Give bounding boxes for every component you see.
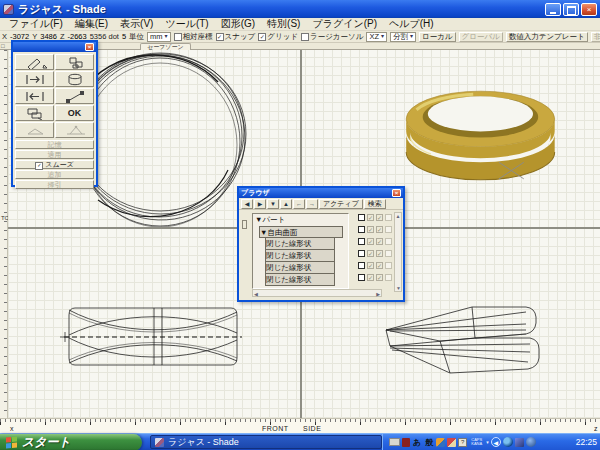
ime-pad-icon[interactable]: ? — [458, 438, 467, 447]
visibility-checkbox[interactable] — [376, 262, 383, 269]
browser-tree-item[interactable]: 閉じた線形状 — [265, 274, 335, 286]
visibility-checkbox[interactable] — [376, 226, 383, 233]
visibility-checkbox[interactable] — [367, 274, 374, 281]
visibility-checkbox[interactable] — [385, 226, 392, 233]
browser-close-icon[interactable]: × — [392, 189, 401, 197]
pen-icon[interactable] — [402, 438, 410, 447]
draw-tool-button[interactable] — [15, 54, 54, 70]
nav-forward-button[interactable]: → — [306, 199, 318, 209]
nav-up-button[interactable]: ▲ — [280, 199, 292, 209]
corner-checkbox[interactable]: □ — [1, 43, 5, 49]
visibility-checkbox[interactable] — [376, 214, 383, 221]
browser-vertical-scrollbar[interactable]: ▲▼ — [394, 212, 402, 292]
visibility-checkbox[interactable] — [376, 274, 383, 281]
visibility-checkbox[interactable] — [358, 274, 365, 281]
smooth-checkbox[interactable]: スムーズ — [15, 160, 94, 169]
segment-tool-button[interactable] — [55, 88, 94, 104]
visibility-checkbox[interactable] — [385, 214, 392, 221]
network-icon[interactable] — [503, 437, 513, 447]
grid-checkbox[interactable]: グリッド — [258, 32, 298, 42]
taskbar-item-shade[interactable]: ラジャス - Shade — [150, 435, 382, 449]
app-tray-icon[interactable] — [515, 438, 524, 447]
app-icon — [3, 4, 14, 15]
large-cursor-checkbox[interactable]: ラージカーソル — [301, 32, 363, 42]
relative-coords-checkbox[interactable]: 相対座標 — [174, 32, 213, 42]
visibility-checkbox[interactable] — [367, 238, 374, 245]
numeric-input-template-button[interactable]: 数値入力テンプレート — [506, 32, 588, 42]
ime-palette-icon[interactable] — [436, 438, 445, 447]
visibility-checkbox[interactable] — [358, 262, 365, 269]
ok-button[interactable]: OK — [55, 105, 94, 121]
cascade-tool-button[interactable] — [15, 105, 54, 121]
visibility-checkbox[interactable] — [358, 238, 365, 245]
viewport-perspective-render[interactable] — [400, 75, 565, 195]
tool-palette-close-icon[interactable]: × — [85, 43, 94, 51]
divide-select[interactable]: 分割 — [390, 32, 416, 42]
close-button[interactable]: × — [581, 3, 597, 16]
menu-shape[interactable]: 図形(G) — [216, 17, 260, 31]
keyboard-icon[interactable] — [389, 438, 400, 446]
visibility-checkbox[interactable] — [367, 226, 374, 233]
menu-special[interactable]: 特別(S) — [262, 17, 305, 31]
visibility-checkbox[interactable] — [385, 274, 392, 281]
minimize-button[interactable] — [545, 3, 561, 16]
peak-tool-button — [55, 122, 94, 138]
title-bar: ラジャス - Shade × — [0, 0, 600, 18]
ime-input-mode[interactable]: あ — [412, 437, 422, 448]
menu-file[interactable]: ファイル(F) — [4, 17, 68, 31]
menu-view[interactable]: 表示(V) — [115, 17, 158, 31]
menu-help[interactable]: ヘルプ(H) — [384, 17, 439, 31]
shade-app-window: ラジャス - Shade × ファイル(F)編集(E)表示(V)ツール(T)図形… — [0, 0, 600, 450]
menu-edit[interactable]: 編集(E) — [70, 17, 113, 31]
caps-kana-indicator: CAPS KANA — [469, 438, 484, 446]
menu-tool[interactable]: ツール(T) — [160, 17, 213, 31]
maximize-button[interactable] — [563, 3, 579, 16]
viewport-front-wireframe[interactable] — [58, 302, 248, 374]
local-button[interactable]: ローカル — [419, 32, 456, 42]
active-button[interactable]: アクティブ — [319, 199, 363, 209]
nav-right-button[interactable]: ▶ — [254, 199, 266, 209]
insert-tool-button[interactable] — [15, 88, 54, 104]
hide-icons-chevron[interactable]: ◀ — [491, 437, 501, 447]
ime-options-arrow[interactable]: ▾ — [486, 439, 489, 445]
visibility-checkbox[interactable] — [367, 214, 374, 221]
visibility-checkbox[interactable] — [376, 250, 383, 257]
tool-palette-titlebar[interactable]: × — [13, 42, 96, 52]
browser-horizontal-scrollbar[interactable]: ◀▶ — [252, 289, 382, 297]
visibility-checkbox[interactable] — [367, 262, 374, 269]
visibility-checkbox[interactable] — [367, 250, 374, 257]
nav-left-button[interactable]: ◀ — [241, 199, 253, 209]
visibility-checkbox[interactable] — [385, 262, 392, 269]
visibility-checkbox[interactable] — [376, 238, 383, 245]
menu-plugin[interactable]: プラグイン(P) — [307, 17, 382, 31]
visibility-checkbox[interactable] — [385, 238, 392, 245]
visibility-checkbox[interactable] — [358, 214, 365, 221]
browser-tree-item[interactable]: 閉じた線形状 — [265, 238, 335, 250]
zone-tab[interactable]: セーフゾーン — [140, 43, 191, 50]
browser-tree-item[interactable]: ▼自由曲面 — [259, 226, 343, 238]
flatten-tool-button — [15, 122, 54, 138]
browser-tree-item[interactable]: 閉じた線形状 — [265, 250, 335, 262]
browser-tree-item[interactable]: ▼パート — [255, 214, 348, 226]
ime-brush-icon[interactable] — [447, 438, 456, 447]
visibility-checkbox[interactable] — [358, 250, 365, 257]
unit-select[interactable]: mm — [147, 32, 171, 42]
browser-tree-item[interactable]: 閉じた線形状 — [265, 262, 335, 274]
viewport-side-wireframe[interactable] — [380, 300, 555, 380]
extrude-tool-button[interactable] — [15, 71, 54, 87]
revolve-tool-button[interactable] — [55, 71, 94, 87]
ime-conversion-mode[interactable]: 般 — [424, 437, 434, 448]
snap-checkbox[interactable]: スナップ — [216, 32, 256, 42]
visibility-checkbox[interactable] — [385, 250, 392, 257]
axis-select[interactable]: XZ — [366, 32, 387, 42]
update-tray-icon[interactable] — [526, 437, 536, 447]
nav-down-button[interactable]: ▼ — [267, 199, 279, 209]
browser-titlebar[interactable]: ブラウザ × — [239, 188, 403, 198]
grid-size-value: 5 — [122, 32, 126, 41]
browser-resize-handle[interactable] — [242, 220, 247, 229]
search-button[interactable]: 検索 — [364, 199, 386, 209]
visibility-checkbox[interactable] — [358, 226, 365, 233]
copy-tool-button[interactable] — [55, 54, 94, 70]
nav-back-button[interactable]: ← — [293, 199, 305, 209]
start-button[interactable]: スタート — [0, 434, 142, 450]
